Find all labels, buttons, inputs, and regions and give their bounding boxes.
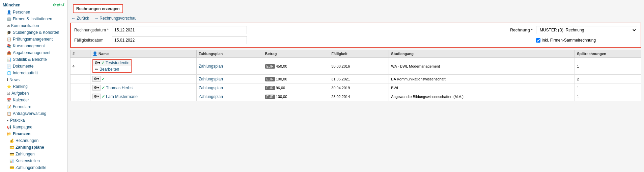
internet-label[interactable]: Internetauftritt [13,71,38,75]
sidebar-item-pruefungsmanagement[interactable]: 📋 Prüfungsmanagement [0,36,67,43]
sidebar-item-firmen[interactable]: 🏢 Firmen & Institutionen [0,16,67,22]
kostenstellen-label[interactable]: Kostenstellen [16,158,40,163]
cell-split-1: 1 [575,58,641,75]
sidebar-item-kalender[interactable]: 📅 Kalender [0,97,67,103]
kurs-label[interactable]: Kursmanagement [13,44,45,48]
sidebar-item-studiengaenge[interactable]: 🎓 Studiengänge & Kohorten [0,29,67,36]
sidebar-item-kostenstellen[interactable]: 📊 Kostenstellen [0,157,67,164]
refresh-icon-1[interactable]: ⟳ [53,3,56,7]
sidebar-top-label[interactable]: München [3,3,21,7]
zahlungsmodelle-icon: 💳 [9,166,14,170]
sidebar-item-zahlungen[interactable]: 💳 Zahlungen [0,151,67,157]
rechnung-select[interactable]: MUSTER (B): Rechnung [536,26,637,34]
cell-studiengang-3: BWL [389,83,575,92]
antrag-icon: 📋 [7,112,11,116]
rechnungen-label[interactable]: Rechnungen [16,138,38,143]
check-icon-4: ✓ [102,94,105,99]
rechnungsdatum-input[interactable] [112,26,247,34]
zahlungsplan-link-1[interactable]: Zahlungsplan [199,64,223,69]
zahlungsplaene-label[interactable]: Zahlungspläne [16,145,44,150]
ranking-label[interactable]: Ranking [13,84,28,89]
sync-icon[interactable]: ⇄ [57,3,60,7]
sidebar-item-kampagne[interactable]: 📢 Kampagne [0,124,67,130]
sidebar-item-finanzen[interactable]: 📂 Finanzen [0,130,67,137]
bearbeiten-label-1[interactable]: Bearbeiten [100,67,119,72]
refresh-icon-2[interactable]: ↺ [61,3,64,7]
refresh-icons[interactable]: ⟳ ⇄ ↺ [53,3,64,7]
gear-dropdown-icon[interactable]: ⚙▾ [94,60,100,65]
pruefung-label[interactable]: Prüfungsmanagement [13,37,53,42]
finanzen-label[interactable]: Finanzen [13,131,30,136]
eur-badge-4: EUR [265,95,275,99]
firmen-label[interactable]: Firmen & Institutionen [13,17,52,21]
back-button[interactable]: ← Zurück [72,16,89,21]
statistik-label[interactable]: Statistik & Berichte [13,57,47,62]
cell-zahlungsplan-4[interactable]: Zahlungsplan [196,92,263,101]
aufgaben-icon: ☑ [7,91,10,96]
faelligkeitsdatum-input[interactable] [112,36,247,44]
sidebar-item-news[interactable]: ℹ News [0,76,67,83]
sidebar-item-rechnungen[interactable]: 💰 Rechnungen [0,137,67,144]
sidebar-item-formulare[interactable]: 📝 Formulare [0,103,67,110]
sidebar-item-kursmanagement[interactable]: 📚 Kursmanagement [0,43,67,49]
col-header-betrag: Betrag [263,50,329,58]
dokumente-label[interactable]: Dokumente [13,64,33,69]
cell-zahlungsplan-1[interactable]: Zahlungsplan [196,58,263,75]
sidebar-item-internetauftritt[interactable]: 🌐 Internetauftritt [0,70,67,76]
kampagne-label[interactable]: Kampagne [13,125,32,129]
page-header: Rechnungen erzeugen [73,4,123,13]
antrag-label[interactable]: Antragsverwaltung [13,111,46,116]
firmen-sammelrechnung-label: inkl. Firmen-Sammelrechnung [542,38,596,43]
sidebar-item-dokumente[interactable]: 📄 Dokumente [0,63,67,70]
kommunikation-icon: ✉ [7,24,10,28]
kommunikation-label[interactable]: Kommunikation [11,23,39,28]
sidebar-item-personen[interactable]: 👤 Personen [0,9,67,16]
table-row: ⚙▾ ✓ Thomas Herbst Zahlungsplan EUR96,00… [71,83,641,92]
praktika-label[interactable]: Praktika [10,118,25,123]
rechnung-select-container: MUSTER (B): Rechnung [536,26,637,34]
sidebar-item-zahlungsplaene[interactable]: 💳 Zahlungspläne [0,144,67,151]
sidebar-item-praktika[interactable]: ▸ Praktika [0,117,67,124]
preview-button[interactable]: → Rechnungsvorschau [94,16,137,21]
formulare-label[interactable]: Formulare [13,104,31,109]
cell-zahlungsplan-2[interactable]: Zahlungsplan [196,75,263,83]
zahlungsplan-link-4[interactable]: Zahlungsplan [199,94,223,99]
cell-faelligkeit-2: 31.05.2021 [329,75,389,83]
check-icon-1: ✓ [101,60,105,65]
zahlungsmodelle-label[interactable]: Zahlungsmodelle [16,165,46,170]
kalender-label[interactable]: Kalender [13,98,29,102]
sidebar-item-aufgaben[interactable]: ☑ Aufgaben [0,90,67,97]
cell-split-3: 1 [575,83,641,92]
cell-zahlungsplan-3[interactable]: Zahlungsplan [196,83,263,92]
gear-icon-3[interactable]: ⚙▾ [92,85,101,91]
sidebar-item-ranking[interactable]: ⭐ Ranking [0,83,67,90]
sidebar-item-statistik[interactable]: 📊 Statistik & Berichte [0,56,67,63]
faelligkeitsdatum-label: Fälligkeitsdatum [74,38,109,43]
cell-split-4: 1 [575,92,641,101]
firmen-sammelrechnung-checkbox[interactable] [536,38,540,43]
cell-split-2: 2 [575,75,641,83]
news-label[interactable]: News [9,77,20,82]
zahlungen-label[interactable]: Zahlungen [16,152,35,156]
personen-label[interactable]: Personen [13,10,30,15]
zahlungsplan-link-3[interactable]: Zahlungsplan [199,85,223,90]
sidebar-item-zahlungsmodelle[interactable]: 💳 Zahlungsmodelle [0,164,67,171]
col-header-hash: # [71,50,90,58]
zahlungen-icon: 💳 [9,152,14,156]
table-row: ⚙▾ ✓ Zahlungsplan EUR100,00 31.05.2021 B… [71,75,641,83]
zahlungsplan-link-2[interactable]: Zahlungsplan [199,77,223,81]
abgabe-icon: 📤 [7,51,11,55]
gear-icon-4[interactable]: ⚙▾ [92,94,101,99]
cell-betrag-4: EUR100,00 [263,92,329,101]
data-table: # 👤 Name Zahlungsplan Betrag Fälligkeit … [70,50,641,101]
cell-hash-1: 4 [71,58,90,75]
studiengaenge-label[interactable]: Studiengänge & Kohorten [13,30,59,35]
rechnungsdatum-label: Rechnungsdatum * [74,28,109,32]
gear-icon-2[interactable]: ⚙▾ [92,76,101,82]
abgabe-label[interactable]: Abgabemanagement [13,50,50,55]
col-header-studiengang: Studiengang [389,50,575,58]
sidebar-item-antragsverwaltung[interactable]: 📋 Antragsverwaltung [0,110,67,117]
sidebar-item-abgabemanagement[interactable]: 📤 Abgabemanagement [0,49,67,56]
aufgaben-label[interactable]: Aufgaben [11,91,29,96]
sidebar-item-kommunikation[interactable]: ✉ Kommunikation [0,22,67,29]
